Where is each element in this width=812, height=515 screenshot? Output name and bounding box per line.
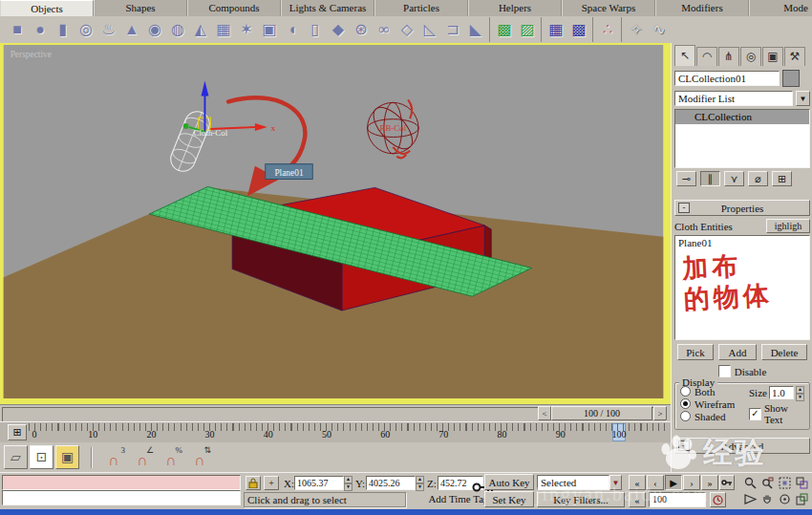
teapot-icon[interactable]: ♨ [97,17,120,42]
motion-tab[interactable]: ◎ [740,47,761,66]
time-slider-thumb[interactable]: 100 / 100 [551,406,652,420]
key-mode-toggle[interactable] [719,475,735,490]
utilities-tab[interactable]: ⚒ [784,47,805,66]
modifier-stack-entry[interactable]: CLCollection [675,110,809,124]
time-slider-prev-button[interactable]: < [538,406,551,420]
key-filters-button[interactable]: Key Filters... [537,492,625,507]
tab-modeling[interactable]: Mode [749,0,812,16]
auto-key-button[interactable]: Auto Key [484,474,534,490]
hedra-icon[interactable]: ✶ [235,17,258,42]
selection-lock-toggle[interactable] [246,476,261,490]
nurbs-cv-surface-icon[interactable]: ▩ [567,17,593,42]
modifier-list-arrow[interactable]: ▼ [796,91,810,106]
bone-icon[interactable]: ✧ [625,17,648,42]
y-spinner[interactable]: ▲▼ [416,476,424,490]
tab-compounds[interactable]: Compounds [187,0,281,16]
make-unique-icon[interactable]: ⋎ [724,171,744,186]
collapse-icon[interactable]: - [678,203,690,213]
go-to-start-button[interactable]: « [629,475,646,490]
object-color-swatch[interactable] [782,70,800,87]
next-frame-button[interactable]: › [683,475,700,490]
spindle-icon[interactable]: ◆ [327,17,350,42]
show-end-result-icon[interactable]: ∥ [700,171,720,186]
angle-snap-toggle[interactable]: ∩ ∠ [130,445,155,469]
x-coord-field[interactable]: 1065.37 [294,476,344,490]
time-configuration-button[interactable] [710,492,726,507]
l-ext-icon[interactable]: ◺ [418,17,441,42]
tab-helpers[interactable]: Helpers [468,0,562,16]
tab-particles[interactable]: Particles [374,0,468,16]
mirror-tool-icon[interactable]: ▱ [4,445,28,469]
min-max-toggle-button[interactable] [794,491,810,506]
tab-space-warps[interactable]: Space Warps [562,0,655,16]
display-tab[interactable]: ▣ [762,47,783,66]
modifier-list-dropdown[interactable]: Modifier List [674,91,793,106]
expand-icon[interactable]: + [678,440,690,451]
zoom-extents-button[interactable] [777,475,793,490]
tri-patch-icon[interactable]: ▨ [516,17,542,42]
selection-region-icon[interactable]: ⊡ [30,445,53,469]
remove-modifier-icon[interactable]: ⌀ [748,171,768,186]
percent-snap-toggle[interactable]: ∩ % [159,445,183,469]
selection-set-dropdown[interactable]: Selected [537,475,609,490]
show-text-checkbox[interactable]: ✓ [749,408,761,420]
transform-type-in-icon[interactable]: + [264,476,279,490]
ringwave-icon[interactable]: ⊛ [350,17,373,42]
disable-checkbox[interactable] [718,365,731,377]
modifier-stack[interactable]: CLCollection [674,109,810,168]
maxscript-listener-pink[interactable] [2,475,241,490]
tab-lights-cameras[interactable]: Lights & Cameras [281,0,374,16]
snap-mode-icon[interactable]: ▣ [55,445,79,469]
select-tab[interactable]: ↖ [674,45,695,66]
chamfer-box-icon[interactable]: ▣ [258,17,281,42]
go-to-start-button-2[interactable]: « [629,492,646,507]
tube-icon[interactable]: ◍ [166,17,189,42]
y-coord-field[interactable]: 4025.26 [366,476,416,490]
highlight-button[interactable]: ighligh [766,219,810,233]
torus-icon[interactable]: ◎ [75,17,97,42]
dropdown-arrow-icon[interactable]: ▼ [609,475,622,490]
play-button[interactable]: ▶ [665,475,682,490]
spring-icon[interactable]: ∿ [648,17,671,42]
size-field[interactable]: 1.0 [769,386,794,399]
size-spinner[interactable]: ▲▼ [796,386,804,399]
cylinder-icon[interactable]: ▮ [52,17,75,42]
entity-item[interactable]: Plane01 [675,236,809,248]
gengon-icon[interactable]: ◇ [395,17,418,42]
set-key-button[interactable]: Set Key [484,491,534,507]
plane-icon[interactable]: ▦ [212,17,235,42]
track-bar[interactable]: ⊞ 0102030405060708090100 [0,421,671,444]
geosphere-icon[interactable]: ◉ [143,17,166,42]
y-axis-handle[interactable] [183,123,189,129]
current-frame-field[interactable]: 100 [649,492,706,507]
properties-rollout-header[interactable]: - Properties [674,200,810,216]
spinner-snap-toggle[interactable]: ∩ ⇅ [187,445,212,469]
sphere-icon[interactable]: ● [29,17,52,42]
nurbs-surface-icon[interactable]: ▦ [545,17,567,42]
add-button[interactable]: Add [718,344,757,360]
advanced-rollout-header[interactable]: + Advanced [674,438,810,454]
c-ext-icon[interactable]: ⊐ [441,17,464,42]
oil-tank-icon[interactable]: ▯ [304,17,327,42]
capsule-icon[interactable]: ◖ [281,17,304,42]
prism-icon[interactable]: ◣ [464,17,490,42]
tab-modifiers[interactable]: Modifiers [655,0,749,16]
time-slider-next-button[interactable]: > [653,406,667,420]
viewport-label[interactable]: Perspective [11,50,52,59]
object-name-field[interactable]: CLCollection01 [674,71,780,86]
field-of-view-button[interactable] [742,491,759,506]
modify-tab[interactable]: ◠ [696,47,717,66]
zoom-extents-all-button[interactable] [794,475,810,490]
pyramid-icon[interactable]: ◭ [189,17,212,42]
pin-stack-icon[interactable]: ⊸ [676,171,696,186]
zoom-button[interactable] [742,475,759,490]
delete-button[interactable]: Delete [761,344,807,360]
tab-shapes[interactable]: Shapes [94,0,187,16]
point-helper-icon[interactable]: ∴ [596,17,622,42]
tab-objects[interactable]: Objects [0,0,94,16]
torus-knot-icon[interactable]: ∞ [373,17,395,42]
arc-rotate-button[interactable] [777,491,793,506]
previous-frame-button[interactable]: ‹ [647,475,664,490]
quad-patch-icon[interactable]: ▩ [493,17,516,42]
hierarchy-tab[interactable]: ⋔ [718,47,739,66]
